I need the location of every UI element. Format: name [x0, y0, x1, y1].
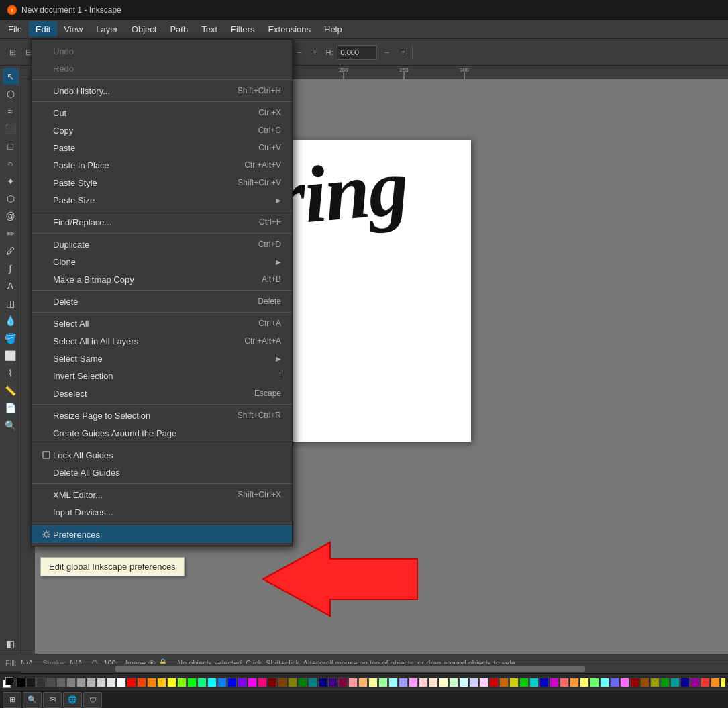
color-swatch[interactable] [560, 678, 569, 687]
menu-path[interactable]: Path [163, 21, 195, 37]
tool-3d[interactable]: ⬡ [3, 191, 19, 207]
menu-deselect[interactable]: Deselect Escape [32, 385, 292, 402]
menu-view[interactable]: View [57, 21, 89, 37]
color-swatch[interactable] [630, 678, 639, 687]
color-swatch[interactable] [117, 678, 126, 687]
color-swatch[interactable] [670, 678, 680, 687]
menu-paste-in-place[interactable]: Paste In Place Ctrl+Alt+V [32, 156, 292, 174]
color-swatch[interactable] [107, 678, 116, 687]
color-swatch[interactable] [449, 678, 458, 687]
color-swatch[interactable] [318, 678, 327, 687]
color-swatch[interactable] [358, 678, 368, 687]
color-swatch[interactable] [388, 678, 398, 687]
color-swatch[interactable] [519, 678, 529, 687]
menu-duplicate[interactable]: Duplicate Ctrl+D [32, 236, 292, 253]
color-swatch[interactable] [238, 678, 247, 687]
color-swatch[interactable] [127, 678, 136, 687]
color-swatch[interactable] [650, 678, 660, 687]
taskbar-browser[interactable]: 🌐 [63, 692, 82, 708]
h-input[interactable] [337, 45, 377, 60]
color-swatch[interactable] [66, 678, 76, 687]
menu-select-same[interactable]: Select Same ▶ [32, 350, 292, 367]
menu-text[interactable]: Text [195, 21, 224, 37]
color-swatch[interactable] [258, 678, 267, 687]
color-swatch[interactable] [429, 678, 438, 687]
color-swatch[interactable] [368, 678, 378, 687]
tool-pen[interactable]: 🖊 [3, 243, 19, 259]
h-dec[interactable]: − [380, 46, 393, 59]
menu-invert-selection[interactable]: Invert Selection ! [32, 367, 292, 385]
color-swatch[interactable] [711, 678, 720, 687]
menu-paste[interactable]: Paste Ctrl+V [32, 139, 292, 156]
color-swatch[interactable] [207, 678, 217, 687]
color-swatch[interactable] [620, 678, 629, 687]
tool-connector[interactable]: ⌇ [3, 365, 19, 381]
tool-pages[interactable]: 📄 [3, 400, 19, 416]
menu-extensions[interactable]: Extensions [261, 21, 317, 37]
color-swatch[interactable] [177, 678, 187, 687]
color-swatch[interactable] [409, 678, 418, 687]
menu-help[interactable]: Help [317, 21, 349, 37]
color-swatch[interactable] [36, 678, 46, 687]
menu-input-devices[interactable]: Input Devices... [32, 503, 292, 521]
menu-undo-history[interactable]: Undo History... Shift+Ctrl+H [32, 82, 292, 99]
color-swatch[interactable] [399, 678, 408, 687]
menu-delete[interactable]: Delete Delete [32, 293, 292, 310]
color-swatch[interactable] [197, 678, 207, 687]
tool-zoom[interactable]: ⬛ [3, 121, 19, 137]
color-swatch[interactable] [167, 678, 176, 687]
color-swatch[interactable] [348, 678, 358, 687]
color-swatch[interactable] [16, 678, 25, 687]
color-swatch[interactable] [489, 678, 499, 687]
color-swatch[interactable] [600, 678, 609, 687]
tool-measure[interactable]: 📏 [3, 383, 19, 399]
color-swatch[interactable] [539, 678, 549, 687]
tool-calligraphy[interactable]: ∫ [3, 260, 19, 276]
menu-lock-guides[interactable]: Lock All Guides [32, 446, 292, 464]
menu-copy[interactable]: Copy Ctrl+C [32, 121, 292, 139]
menu-layer[interactable]: Layer [89, 21, 125, 37]
color-swatch[interactable] [308, 678, 317, 687]
color-swatch[interactable] [56, 678, 66, 687]
menu-paste-style[interactable]: Paste Style Shift+Ctrl+V [32, 174, 292, 191]
color-swatch[interactable] [298, 678, 307, 687]
menu-xml-editor[interactable]: XML Editor... Shift+Ctrl+X [32, 486, 292, 503]
tool-spiral[interactable]: @ [3, 208, 19, 224]
menu-edit[interactable]: Edit [29, 21, 57, 37]
menu-redo[interactable]: Redo [32, 60, 292, 77]
menu-select-all-layers[interactable]: Select All in All Layers Ctrl+Alt+A [32, 332, 292, 350]
menu-paste-size[interactable]: Paste Size ▶ [32, 191, 292, 209]
color-swatch[interactable] [217, 678, 227, 687]
color-swatch[interactable] [509, 678, 519, 687]
menu-clone[interactable]: Clone ▶ [32, 253, 292, 270]
color-swatch[interactable] [328, 678, 337, 687]
color-swatch[interactable] [137, 678, 146, 687]
menu-filters[interactable]: Filters [224, 21, 261, 37]
color-swatch[interactable] [338, 678, 348, 687]
menu-undo[interactable]: Undo [32, 42, 292, 60]
tool-select[interactable]: ↖ [3, 68, 19, 85]
color-swatch[interactable] [419, 678, 428, 687]
color-swatch[interactable] [87, 678, 96, 687]
tool-paint[interactable]: 🪣 [3, 330, 19, 346]
color-swatch[interactable] [660, 678, 670, 687]
menu-file[interactable]: File [1, 21, 29, 37]
taskbar-search[interactable]: 🔍 [23, 692, 42, 708]
tool-dropper[interactable]: 💧 [3, 313, 19, 329]
taskbar-mail[interactable]: ✉ [43, 692, 62, 708]
color-swatch[interactable] [479, 678, 488, 687]
color-swatch[interactable] [378, 678, 388, 687]
tool-pages2[interactable]: ◧ [3, 636, 19, 652]
tool-rect[interactable]: □ [3, 138, 19, 154]
color-swatch[interactable] [439, 678, 448, 687]
taskbar-shield[interactable]: 🛡 [83, 692, 102, 708]
tool-zoom2[interactable]: 🔍 [3, 417, 19, 434]
color-swatch[interactable] [690, 678, 700, 687]
menu-bitmap-copy[interactable]: Make a Bitmap Copy Alt+B [32, 270, 292, 288]
color-swatch[interactable] [459, 678, 468, 687]
tool-node[interactable]: ⬡ [3, 86, 19, 102]
color-swatch[interactable] [610, 678, 619, 687]
tool-tweak[interactable]: ≈ [3, 103, 19, 119]
tool-pencil[interactable]: ✏ [3, 225, 19, 242]
menu-delete-guides[interactable]: Delete All Guides [32, 464, 292, 481]
